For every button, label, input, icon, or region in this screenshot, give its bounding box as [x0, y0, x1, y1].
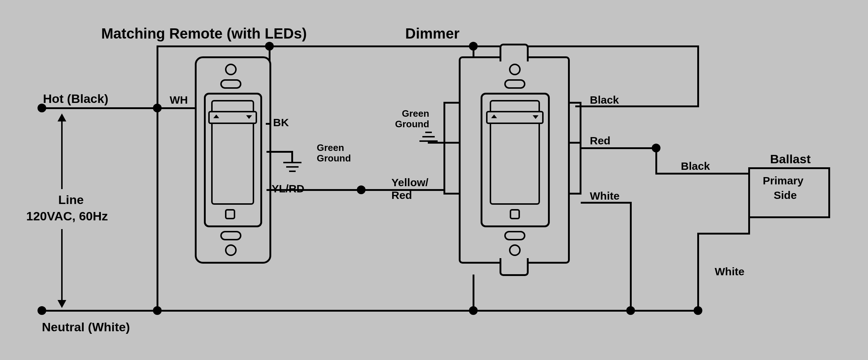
hot-label: Hot (Black) — [43, 92, 108, 106]
wire — [580, 102, 581, 144]
wire — [473, 45, 474, 58]
wire — [428, 142, 445, 144]
neutral-label: Neutral (White) — [42, 320, 130, 334]
wire — [655, 173, 750, 175]
line-label-2: 120VAC, 60Hz — [26, 209, 108, 223]
wire — [266, 123, 270, 125]
remote-ylrd-label: YL/RD — [272, 183, 304, 195]
wiring-diagram: Matching Remote (with LEDs) Dimmer Hot (… — [0, 0, 868, 360]
wire — [443, 102, 445, 144]
wire — [42, 310, 698, 312]
dimmer-ground-label: Green Ground — [395, 108, 429, 129]
indicator-pill — [220, 79, 241, 89]
wire — [697, 233, 750, 235]
wire — [630, 202, 632, 311]
screw-hole — [509, 64, 521, 75]
screw-hole — [225, 244, 237, 256]
wire — [157, 45, 699, 47]
screw-hole — [509, 244, 521, 256]
arrow-down-icon — [58, 300, 66, 308]
dimmer-slider-knob — [486, 111, 544, 124]
remote-slider-knob — [208, 111, 257, 124]
ballast-white-label: White — [715, 265, 745, 278]
indicator-pill — [504, 231, 525, 240]
remote-wh-label: WH — [170, 94, 188, 106]
dimmer-ylrd-label-2: Red — [391, 189, 412, 201]
remote-bk-label: BK — [273, 116, 289, 129]
wire — [473, 275, 474, 311]
wire — [655, 147, 657, 175]
wire — [443, 193, 460, 195]
wire — [42, 107, 158, 109]
arrow-up-icon — [58, 113, 66, 121]
wire — [581, 147, 657, 149]
wire — [443, 142, 445, 195]
wire — [157, 45, 158, 300]
screw-hole — [225, 64, 237, 75]
remote-ground-label: Green Ground — [317, 143, 351, 163]
ballast-primary: Primary — [763, 175, 804, 187]
dimmer-red-label: Red — [590, 135, 611, 147]
wire — [697, 45, 699, 107]
button — [510, 209, 520, 219]
indicator-pill — [504, 79, 525, 89]
wire — [748, 209, 750, 235]
wire — [581, 202, 632, 204]
dimmer-ylrd-label-1: Yellow/ — [391, 176, 429, 189]
wire — [291, 151, 293, 162]
line-arrow-shaft — [61, 120, 63, 189]
wire — [267, 151, 292, 153]
button — [225, 209, 235, 219]
wire — [157, 107, 197, 109]
dimmer-title: Dimmer — [405, 25, 459, 42]
wire — [580, 142, 581, 195]
dimmer-black-label: Black — [590, 94, 619, 106]
wire — [697, 233, 699, 311]
wire — [267, 189, 361, 191]
remote-title: Matching Remote (with LEDs) — [101, 25, 307, 42]
dimmer-white-label: White — [590, 190, 620, 202]
ballast-side: Side — [774, 189, 797, 201]
line-label-1: Line — [58, 193, 84, 207]
ballast-title: Ballast — [770, 152, 811, 166]
wire — [443, 102, 460, 104]
wire — [443, 142, 460, 144]
junction-node — [694, 306, 702, 315]
mounting-tab — [500, 44, 529, 61]
ballast-black-label: Black — [681, 160, 710, 172]
indicator-pill — [220, 231, 241, 240]
junction-node — [153, 306, 162, 315]
line-arrow-shaft — [61, 229, 63, 302]
mounting-tab — [500, 258, 529, 276]
